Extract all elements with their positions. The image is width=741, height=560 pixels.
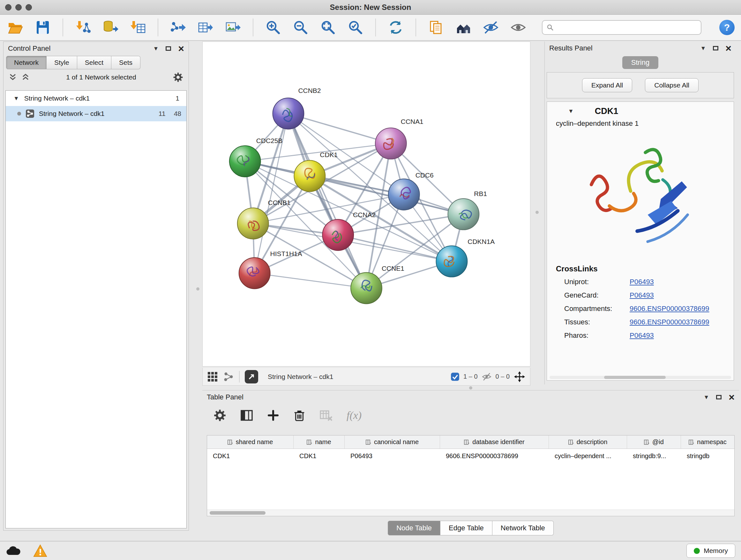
collapse-tree-icon[interactable]: [21, 73, 30, 81]
splitter-handle[interactable]: [536, 211, 539, 214]
toolbar-search[interactable]: [542, 20, 701, 35]
results-horizontal-scrollbar[interactable]: [549, 376, 731, 379]
import-network-from-database-icon[interactable]: [102, 18, 119, 37]
tab-node-table[interactable]: Node Table: [388, 521, 441, 536]
network-collection-row[interactable]: ▼ String Network – cdk1 1: [6, 91, 186, 106]
zoom-fit-icon[interactable]: [319, 18, 337, 37]
apply-layout-icon[interactable]: [387, 18, 405, 37]
export-network-icon[interactable]: [169, 18, 187, 37]
hidden-eye-icon[interactable]: [482, 372, 492, 382]
crosslink-link[interactable]: P06493: [630, 278, 654, 286]
column-header[interactable]: description: [549, 435, 627, 449]
panel-menu-icon[interactable]: ▼: [153, 45, 158, 52]
cell-canonical-name[interactable]: P06493: [345, 449, 440, 463]
tab-select[interactable]: Select: [77, 56, 111, 69]
pan-tool-icon[interactable]: [514, 371, 526, 383]
network-node-cdc25b[interactable]: [229, 145, 261, 177]
search-input[interactable]: [557, 24, 697, 31]
float-panel-icon[interactable]: [713, 46, 718, 51]
float-panel-icon[interactable]: [165, 46, 171, 51]
close-panel-icon[interactable]: ×: [178, 45, 184, 52]
collection-disclosure-icon[interactable]: ▼: [13, 95, 19, 102]
close-panel-icon[interactable]: ×: [725, 45, 731, 51]
network-node-cdc6[interactable]: [388, 179, 420, 210]
delete-column-trash-icon[interactable]: [293, 409, 306, 422]
tab-network-table[interactable]: Network Table: [492, 521, 554, 536]
cloud-icon[interactable]: [6, 545, 20, 556]
control-panel-title: Control Panel: [8, 44, 51, 53]
splitter-handle[interactable]: [469, 386, 472, 389]
birdseye-view-icon[interactable]: [207, 371, 218, 382]
network-options-gear-icon[interactable]: [173, 72, 184, 83]
splitter-handle[interactable]: [196, 287, 199, 291]
memory-button[interactable]: Memory: [686, 544, 735, 558]
crosslink-link[interactable]: 9606.ENSP00000378699: [630, 318, 710, 326]
table-row[interactable]: CDK1 CDK1 P06493 9606.ENSP00000378699 cy…: [207, 449, 734, 463]
crosslink-label: Pharos:: [564, 331, 630, 340]
expand-all-button[interactable]: Expand All: [582, 78, 632, 92]
column-header[interactable]: @id: [627, 435, 681, 449]
network-node-cdkn1a[interactable]: [436, 246, 468, 277]
cell-id[interactable]: stringdb:9...: [627, 449, 681, 463]
panel-menu-icon[interactable]: ▼: [700, 45, 706, 52]
table-horizontal-scrollbar[interactable]: [207, 509, 734, 516]
cell-shared-name[interactable]: CDK1: [207, 449, 293, 463]
network-node-hist1h1a[interactable]: [239, 258, 270, 289]
float-panel-icon[interactable]: [716, 395, 722, 399]
column-header[interactable]: canonical name: [345, 435, 440, 449]
network-row-selected[interactable]: String Network – cdk1 11 48: [6, 106, 186, 121]
show-all-icon[interactable]: [509, 18, 527, 37]
panel-menu-icon[interactable]: ▼: [703, 394, 709, 401]
import-table-icon[interactable]: [129, 18, 147, 37]
table-options-gear-icon[interactable]: [213, 409, 226, 422]
zoom-out-icon[interactable]: [292, 18, 310, 37]
cell-description[interactable]: cyclin–dependent ...: [549, 449, 627, 463]
network-node-ccna2[interactable]: [322, 219, 354, 251]
hide-selected-icon[interactable]: [482, 18, 500, 37]
import-network-icon[interactable]: [74, 18, 92, 37]
open-in-window-button[interactable]: [245, 370, 258, 383]
export-image-icon[interactable]: [224, 18, 242, 37]
copy-document-icon[interactable]: [427, 18, 445, 37]
tab-style[interactable]: Style: [47, 56, 77, 69]
create-column-plus-icon[interactable]: [267, 409, 280, 422]
tab-sets[interactable]: Sets: [111, 56, 140, 69]
close-panel-icon[interactable]: ×: [729, 394, 735, 400]
column-header[interactable]: database identifier: [440, 435, 549, 449]
string-tab[interactable]: String: [622, 56, 658, 69]
network-node-ccne1[interactable]: [351, 273, 382, 304]
collapse-all-button[interactable]: Collapse All: [645, 78, 698, 92]
column-header[interactable]: shared name: [207, 435, 293, 449]
network-node-ccnb2[interactable]: [273, 98, 304, 129]
network-node-count: 11: [158, 110, 165, 118]
tab-edge-table[interactable]: Edge Table: [441, 521, 492, 536]
column-header[interactable]: namespac: [681, 435, 734, 449]
network-node-cdk1[interactable]: [294, 160, 325, 192]
home-networks-icon[interactable]: [455, 18, 472, 37]
selected-checkbox-icon[interactable]: [451, 372, 460, 381]
network-node-ccna1[interactable]: [375, 128, 407, 159]
crosslink-link[interactable]: P06493: [630, 291, 654, 300]
network-canvas[interactable]: CCNB2CCNA1CDC25BCDK1CDC6RB1CCNB1CCNA2CDK…: [202, 42, 530, 367]
zoom-in-icon[interactable]: [264, 18, 282, 37]
cell-database-identifier[interactable]: 9606.ENSP00000378699: [440, 449, 549, 463]
save-session-icon[interactable]: [34, 18, 52, 37]
network-overview-icon[interactable]: [223, 371, 234, 382]
protein-disclosure-icon[interactable]: ▼: [568, 108, 574, 115]
crosslink-label: Uniprot:: [564, 278, 630, 286]
crosslink-link[interactable]: P06493: [630, 331, 654, 340]
show-columns-icon[interactable]: [240, 409, 253, 422]
network-node-rb1[interactable]: [448, 199, 479, 230]
column-header[interactable]: name: [293, 435, 345, 449]
open-session-icon[interactable]: [6, 18, 24, 37]
network-node-ccnb1[interactable]: [238, 208, 269, 239]
help-button[interactable]: ?: [719, 20, 735, 35]
warning-icon[interactable]: [33, 544, 47, 557]
expand-tree-icon[interactable]: [9, 73, 17, 81]
export-table-icon[interactable]: [197, 18, 214, 37]
tab-network[interactable]: Network: [6, 56, 47, 69]
crosslink-link[interactable]: 9606.ENSP00000378699: [630, 305, 710, 313]
zoom-selected-icon[interactable]: [347, 18, 364, 37]
cell-namespace[interactable]: stringdb: [681, 449, 734, 463]
cell-name[interactable]: CDK1: [293, 449, 345, 463]
